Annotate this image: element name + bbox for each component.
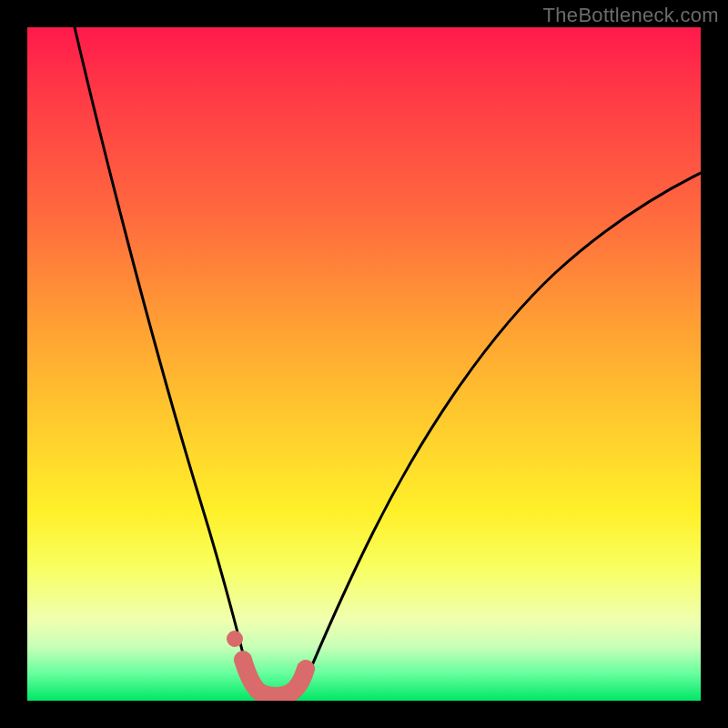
left-curve	[75, 27, 259, 697]
chart-svg	[27, 27, 701, 701]
optimal-dot	[227, 631, 243, 647]
chart-frame: TheBottleneck.com	[0, 0, 728, 728]
right-curve	[298, 173, 701, 696]
watermark-text: TheBottleneck.com	[543, 4, 719, 27]
plot-area	[27, 27, 701, 701]
optimal-range-highlight	[243, 660, 306, 696]
